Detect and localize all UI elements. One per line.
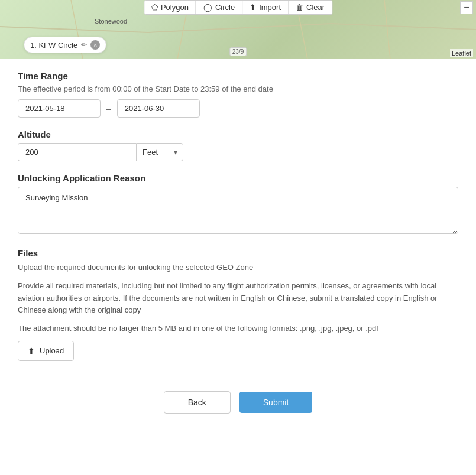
files-desc1: Upload the required documents for unlock…	[18, 262, 458, 274]
circle-icon: ◯	[203, 3, 212, 12]
files-desc3: The attachment should be no larger than …	[18, 323, 458, 335]
date-separator: –	[101, 104, 117, 113]
back-button[interactable]: Back	[164, 391, 231, 414]
circle-zone-tag: 1. KFW Circle ✏ ×	[24, 37, 106, 53]
map-toolbar: ⬠ Polygon ◯ Circle ⬆ Import 🗑 Clear	[144, 0, 332, 15]
svg-line-1	[148, 24, 331, 32]
altitude-unit-wrapper: Feet Meters	[136, 143, 183, 161]
altitude-title: Altitude	[18, 129, 458, 139]
files-section: Files Upload the required documents for …	[18, 248, 458, 361]
circle-label: Circle	[215, 3, 235, 12]
main-content: Time Range The effective period is from …	[0, 59, 476, 437]
time-range-hint: The effective period is from 00:00 of th…	[18, 84, 458, 93]
import-tool-button[interactable]: ⬆ Import	[242, 1, 289, 14]
polygon-icon: ⬠	[151, 3, 158, 12]
svg-line-2	[331, 24, 476, 30]
date-range-row: –	[18, 99, 458, 118]
files-desc2: Provide all required materials, includin…	[18, 280, 458, 317]
reason-title: Unlocking Application Reason	[18, 173, 458, 183]
polygon-tool-button[interactable]: ⬠ Polygon	[144, 1, 196, 14]
start-date-input[interactable]	[18, 99, 101, 118]
altitude-unit-select[interactable]: Feet Meters	[136, 143, 183, 161]
polygon-label: Polygon	[161, 3, 189, 12]
import-icon: ⬆	[250, 3, 256, 12]
svg-line-6	[384, 0, 390, 59]
svg-line-0	[0, 27, 148, 32]
divider	[18, 373, 458, 373]
end-date-input[interactable]	[117, 99, 200, 118]
altitude-section: Altitude Feet Meters	[18, 129, 458, 161]
altitude-row: Feet Meters	[18, 143, 458, 161]
submit-button[interactable]: Submit	[239, 392, 313, 413]
action-row: Back Submit	[18, 385, 458, 425]
map-place-label: Stonewood	[95, 18, 127, 25]
map-area: ⬠ Polygon ◯ Circle ⬆ Import 🗑 Clear Ston…	[0, 0, 476, 59]
upload-button[interactable]: ⬆ Upload	[18, 341, 74, 361]
map-number-badge: 23/9	[229, 47, 247, 56]
zoom-out-button[interactable]: −	[460, 1, 473, 14]
clear-label: Clear	[306, 3, 325, 12]
upload-icon: ⬆	[28, 346, 35, 356]
leaflet-credit: Leaflet	[450, 49, 473, 57]
reason-textarea[interactable]	[18, 187, 458, 234]
time-range-title: Time Range	[18, 71, 458, 81]
circle-tag-close-button[interactable]: ×	[90, 40, 100, 50]
files-title: Files	[18, 248, 458, 258]
upload-label: Upload	[40, 346, 64, 355]
circle-tag-label: 1. KFW Circle	[30, 41, 77, 50]
time-range-section: Time Range The effective period is from …	[18, 71, 458, 118]
circle-tool-button[interactable]: ◯ Circle	[196, 1, 242, 14]
clear-tool-button[interactable]: 🗑 Clear	[289, 1, 332, 14]
altitude-input[interactable]	[18, 143, 136, 161]
reason-section: Unlocking Application Reason	[18, 173, 458, 248]
import-label: Import	[259, 3, 281, 12]
edit-icon: ✏	[81, 41, 87, 49]
clear-icon: 🗑	[296, 3, 303, 12]
